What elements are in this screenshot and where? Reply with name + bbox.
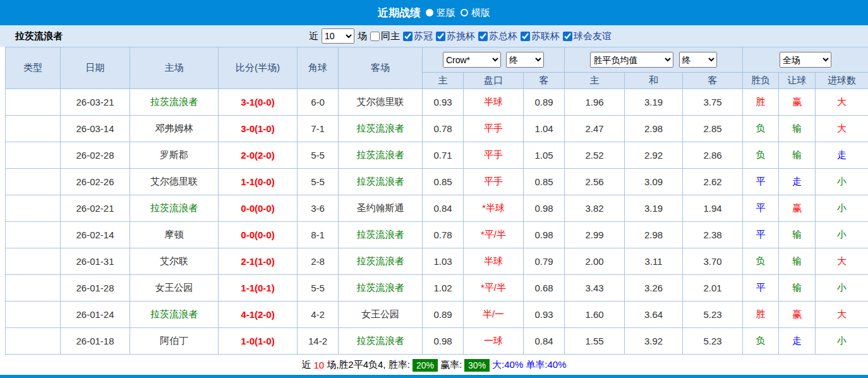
euro-away-odds-cell: 1.94 <box>683 195 743 222</box>
col-header-handicap-result: 让球 <box>779 73 816 89</box>
date-cell: 26-02-26 <box>61 169 130 195</box>
result-cell: 平 <box>743 222 779 248</box>
asian-away-odds-cell: 0.79 <box>524 248 565 275</box>
home-team-cell: 邓弗姆林 <box>130 116 219 142</box>
away-team-cell: 拉茨流浪者 <box>339 142 423 169</box>
euro-away-odds-cell: 5.23 <box>683 302 743 328</box>
away-team-cell: 圣约翰斯通 <box>339 195 423 222</box>
asian-home-odds-cell: 1.02 <box>423 275 464 302</box>
match-count-select[interactable]: 10 <box>322 28 354 44</box>
home-team-cell: 拉茨流浪者 <box>130 89 219 116</box>
handicap-cell: 一球 <box>464 328 524 355</box>
friendly-checkbox[interactable] <box>563 32 572 41</box>
league-checkbox-su-tiao-bei[interactable]: 苏挑杯 <box>436 30 475 42</box>
asian-away-odds-cell: 0.68 <box>524 275 565 302</box>
handicap-cell: 半球 <box>464 89 524 116</box>
corner-cell: 8-1 <box>298 222 339 248</box>
asian-away-odds-cell: 0.98 <box>524 222 565 248</box>
asian-home-odds-cell: 0.84 <box>423 195 464 222</box>
euro-away-odds-cell: 3.75 <box>683 89 743 116</box>
asian-home-odds-cell: 0.85 <box>423 169 464 195</box>
result-cell: 负 <box>743 328 779 355</box>
summary-bar: 近 10 场,胜2平4负4, 胜率: 20% 赢率: 30% 大:40% 单率:… <box>0 355 868 375</box>
result-cell: 大 <box>816 302 868 328</box>
asian-home-odds-cell: 0.93 <box>423 89 464 116</box>
table-row: 苏挑杯 26-02-26 艾尔德里联 1-1(0-0) 5-5 拉茨流浪者 0.… <box>6 169 868 195</box>
euro-away-odds-cell: 2.01 <box>683 275 743 302</box>
result-cell: 输 <box>779 116 816 142</box>
asian-away-odds-cell: 1.05 <box>524 142 565 169</box>
asian-company-select[interactable]: Crow* <box>443 52 501 68</box>
asian-stage-select[interactable]: 终 <box>506 52 544 68</box>
euro-home-odds-cell: 2.00 <box>565 248 625 275</box>
home-team-cell: 摩顿 <box>130 222 219 248</box>
col-header-wl: 胜负 <box>743 73 779 89</box>
result-cell: 赢 <box>779 195 816 222</box>
match-type-cell: 苏总杯 <box>6 328 61 355</box>
league-checkbox-friendly[interactable]: 球会友谊 <box>563 30 612 42</box>
horizontal-layout-radio[interactable]: 横版 <box>461 7 490 19</box>
match-type-cell: 苏冠 <box>6 195 61 222</box>
big-rate: 大:40% <box>492 359 523 371</box>
table-header: 类型 日期 主场 比分(半场) 角球 客场 Crow* 终 胜平负均值 <box>6 47 868 89</box>
su-zong-bei-checkbox[interactable] <box>478 32 488 41</box>
score-cell: 1-1(0-0) <box>219 169 298 195</box>
asian-home-odds-cell: 0.71 <box>423 142 464 169</box>
home-team-cell: 拉茨流浪者 <box>130 195 219 222</box>
results-table: 类型 日期 主场 比分(半场) 角球 客场 Crow* 终 胜平负均值 <box>5 47 868 355</box>
result-cell: 走 <box>779 169 816 195</box>
euro-company-select[interactable]: 胜平负均值 <box>590 52 673 68</box>
col-header-asian-away: 客 <box>524 73 565 89</box>
scope-select[interactable]: 全场 <box>780 52 831 68</box>
date-cell: 26-02-14 <box>61 222 130 248</box>
handicap-cell: *平/半 <box>464 222 524 248</box>
match-type-cell: 苏冠 <box>6 222 61 248</box>
result-cell: 输 <box>779 222 816 248</box>
result-cell: 输 <box>779 275 816 302</box>
radio-selected-icon[interactable] <box>426 9 433 16</box>
summary-record: 场,胜2平4负4, 胜率: <box>327 359 410 371</box>
away-team-cell: 拉茨流浪者 <box>339 248 423 275</box>
corner-cell: 2-8 <box>298 248 339 275</box>
result-cell: 大 <box>816 248 868 275</box>
scope-controls: 全场 <box>743 47 868 73</box>
same-home-checkbox[interactable] <box>370 32 380 41</box>
vertical-layout-radio[interactable]: 竖版 <box>426 7 455 19</box>
result-cell: 负 <box>743 248 779 275</box>
handicap-cell: *平/半 <box>464 275 524 302</box>
asian-odds-controls: Crow* 终 <box>423 47 565 73</box>
asian-home-odds-cell: 0.89 <box>423 302 464 328</box>
col-header-euro-home: 主 <box>565 73 625 89</box>
result-cell: 胜 <box>743 89 779 116</box>
result-cell: 负 <box>743 116 779 142</box>
asian-away-odds-cell: 0.85 <box>524 169 565 195</box>
league-checkbox-su-guan[interactable]: 苏冠 <box>403 30 433 42</box>
handicap-cell: 平手 <box>464 142 524 169</box>
result-cell: 输 <box>779 142 816 169</box>
handicap-cell: 平手 <box>464 169 524 195</box>
euro-draw-odds-cell: 3.11 <box>625 248 683 275</box>
radio-unselected-icon[interactable] <box>461 9 468 16</box>
summary-count: 10 <box>313 360 324 370</box>
date-cell: 26-03-21 <box>61 89 130 116</box>
su-lian-bei-checkbox[interactable] <box>521 32 530 41</box>
su-tiao-bei-checkbox[interactable] <box>436 32 445 41</box>
euro-stage-select[interactable]: 终 <box>679 52 717 68</box>
col-header-euro-draw: 和 <box>625 73 683 89</box>
score-cell: 1-0(1-0) <box>219 328 298 355</box>
league-checkbox-su-zong-bei[interactable]: 苏总杯 <box>478 30 517 42</box>
euro-away-odds-cell: 3.70 <box>683 248 743 275</box>
su-guan-checkbox[interactable] <box>403 32 413 41</box>
league-checkbox-su-lian-bei[interactable]: 苏联杯 <box>521 30 560 42</box>
same-home-checkbox-label[interactable]: 同主 <box>370 30 400 42</box>
near-label: 近 <box>309 30 318 42</box>
result-cell: 小 <box>816 195 868 222</box>
handicap-cell: 半球 <box>464 248 524 275</box>
asian-away-odds-cell: 1.04 <box>524 116 565 142</box>
result-cell: 胜 <box>743 302 779 328</box>
col-header-asian-handicap: 盘口 <box>464 73 524 89</box>
friendly-label: 球会友谊 <box>574 30 612 42</box>
corner-cell: 6-0 <box>298 89 339 116</box>
table-body: 苏冠 26-03-21 拉茨流浪者 3-1(0-0) 6-0 艾尔德里联 0.9… <box>6 89 868 355</box>
handicap-cell: *半球 <box>464 195 524 222</box>
